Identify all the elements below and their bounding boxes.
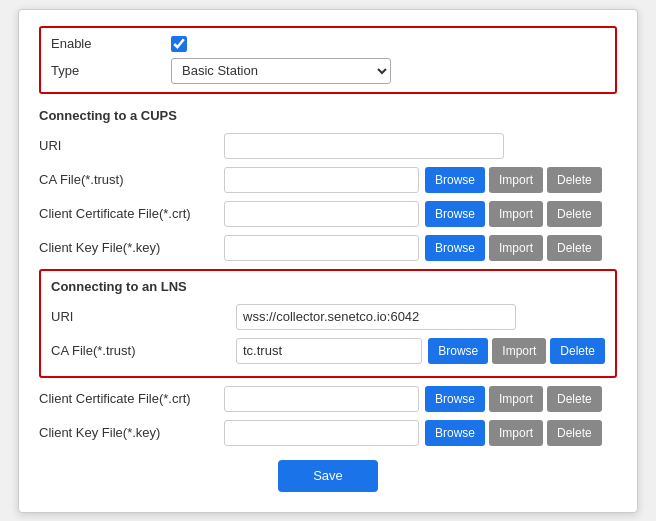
cups-key-import-button[interactable]: Import [489, 235, 543, 261]
lns-cert-import-button[interactable]: Import [489, 386, 543, 412]
lns-key-import-button[interactable]: Import [489, 420, 543, 446]
lns-uri-label: URI [51, 309, 236, 324]
lns-cert-row: Client Certificate File(*.crt) Browse Im… [39, 386, 617, 412]
save-row: Save [39, 460, 617, 492]
cups-ca-browse-button[interactable]: Browse [425, 167, 485, 193]
cups-ca-label: CA File(*.trust) [39, 172, 224, 187]
cups-ca-import-button[interactable]: Import [489, 167, 543, 193]
lns-key-browse-button[interactable]: Browse [425, 420, 485, 446]
lns-ca-import-button[interactable]: Import [492, 338, 546, 364]
lns-cert-browse-button[interactable]: Browse [425, 386, 485, 412]
lns-cert-buttons: Browse Import Delete [425, 386, 602, 412]
enable-row: Enable [51, 36, 605, 52]
lns-ca-label: CA File(*.trust) [51, 343, 236, 358]
lns-key-buttons: Browse Import Delete [425, 420, 602, 446]
cups-cert-delete-button[interactable]: Delete [547, 201, 602, 227]
lns-uri-input[interactable] [236, 304, 516, 330]
lns-key-delete-button[interactable]: Delete [547, 420, 602, 446]
cups-ca-buttons: Browse Import Delete [425, 167, 602, 193]
lns-cert-delete-button[interactable]: Delete [547, 386, 602, 412]
lns-cert-input[interactable] [224, 386, 419, 412]
lns-ca-delete-button[interactable]: Delete [550, 338, 605, 364]
cups-section: Connecting to a CUPS URI CA File(*.trust… [39, 108, 617, 261]
cups-ca-input[interactable] [224, 167, 419, 193]
enable-type-section: Enable Type Basic Station Semtech UDP Pa… [39, 26, 617, 94]
cups-ca-delete-button[interactable]: Delete [547, 167, 602, 193]
lns-section-title: Connecting to an LNS [51, 279, 605, 294]
lns-key-label: Client Key File(*.key) [39, 425, 224, 440]
cups-uri-input[interactable] [224, 133, 504, 159]
cups-uri-row: URI [39, 133, 617, 159]
lns-key-input[interactable] [224, 420, 419, 446]
main-dialog: Enable Type Basic Station Semtech UDP Pa… [18, 9, 638, 513]
cups-section-title: Connecting to a CUPS [39, 108, 617, 123]
lns-uri-row: URI [51, 304, 605, 330]
cups-cert-browse-button[interactable]: Browse [425, 201, 485, 227]
cups-key-browse-button[interactable]: Browse [425, 235, 485, 261]
cups-cert-buttons: Browse Import Delete [425, 201, 602, 227]
lns-ca-buttons: Browse Import Delete [428, 338, 605, 364]
lns-key-row: Client Key File(*.key) Browse Import Del… [39, 420, 617, 446]
cups-cert-label: Client Certificate File(*.crt) [39, 206, 224, 221]
cups-cert-input[interactable] [224, 201, 419, 227]
cups-cert-import-button[interactable]: Import [489, 201, 543, 227]
cups-key-delete-button[interactable]: Delete [547, 235, 602, 261]
type-select[interactable]: Basic Station Semtech UDP Packet Forward… [171, 58, 391, 84]
lns-ca-input[interactable] [236, 338, 422, 364]
cups-uri-label: URI [39, 138, 224, 153]
lns-ca-row: CA File(*.trust) Browse Import Delete [51, 338, 605, 364]
enable-label: Enable [51, 36, 171, 51]
lns-section: Connecting to an LNS URI CA File(*.trust… [39, 269, 617, 378]
lns-ca-browse-button[interactable]: Browse [428, 338, 488, 364]
cups-ca-row: CA File(*.trust) Browse Import Delete [39, 167, 617, 193]
enable-checkbox[interactable] [171, 36, 187, 52]
type-label: Type [51, 63, 171, 78]
type-row: Type Basic Station Semtech UDP Packet Fo… [51, 58, 605, 84]
cups-key-row: Client Key File(*.key) Browse Import Del… [39, 235, 617, 261]
cups-key-buttons: Browse Import Delete [425, 235, 602, 261]
cups-cert-row: Client Certificate File(*.crt) Browse Im… [39, 201, 617, 227]
save-button[interactable]: Save [278, 460, 378, 492]
lns-cert-label: Client Certificate File(*.crt) [39, 391, 224, 406]
cups-key-input[interactable] [224, 235, 419, 261]
cups-key-label: Client Key File(*.key) [39, 240, 224, 255]
